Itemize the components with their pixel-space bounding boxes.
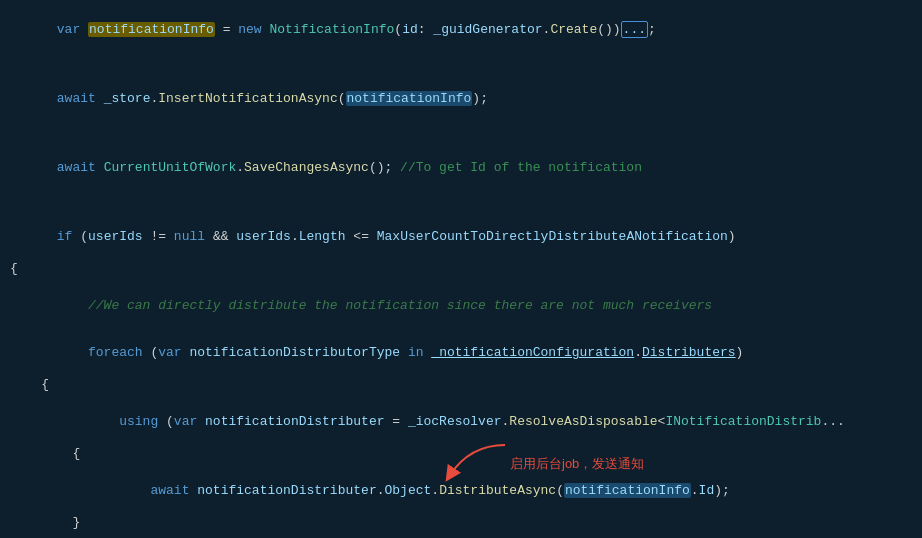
code-line-5: await CurrentUnitOfWork.SaveChangesAsync… <box>0 144 922 191</box>
code-line-14: await notificationDistributer.Object.Dis… <box>0 467 922 514</box>
code-line-13: { <box>0 445 922 467</box>
code-line-2 <box>0 53 922 75</box>
code-line-7: if (userIds != null && userIds.Length <=… <box>0 213 922 260</box>
code-line-1: var notificationInfo = new NotificationI… <box>0 6 922 53</box>
code-line-3: await _store.InsertNotificationAsync(not… <box>0 75 922 122</box>
code-editor: var notificationInfo = new NotificationI… <box>0 0 922 538</box>
code-line-10: foreach (var notificationDistributorType… <box>0 329 922 376</box>
code-line-9: //We can directly distribute the notific… <box>0 282 922 329</box>
code-line-6 <box>0 191 922 213</box>
code-line-15: } <box>0 514 922 536</box>
code-line-8: { <box>0 260 922 282</box>
code-line-12: using (var notificationDistributer = _io… <box>0 398 922 445</box>
code-line-4 <box>0 122 922 144</box>
code-line-11: { <box>0 376 922 398</box>
